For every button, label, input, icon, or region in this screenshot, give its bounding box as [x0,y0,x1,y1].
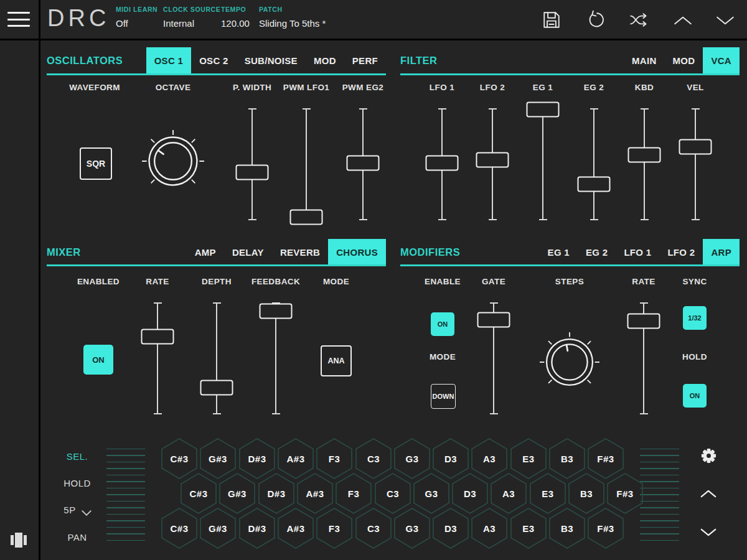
pwm-lfo1-slider[interactable] [289,107,324,222]
tab-osc2[interactable]: OSC 2 [191,47,237,73]
panel-switch-icon[interactable] [10,532,27,548]
mixer-tabs: AMP DELAY REVERB CHORUS [187,239,386,265]
midi-learn-field[interactable]: MIDI LEARN Off [116,6,157,29]
oscillators-title: OSCILLATORS [47,55,123,67]
lfo2-slider[interactable] [475,107,510,222]
note-key[interactable]: D#3 [239,508,275,549]
chorus-enabled-button[interactable]: ON [83,345,113,375]
chorus-depth-slider[interactable] [199,301,234,416]
chorus-feedback-slider[interactable] [258,301,293,416]
note-key[interactable]: E3 [510,508,547,549]
tab-vca[interactable]: VCA [703,47,740,73]
chorus-feedback-slider-handle[interactable] [260,304,293,319]
feedback-label: FEEDBACK [242,277,310,286]
octave-down-icon[interactable] [700,528,717,537]
keyboard-sel-label[interactable]: SEL. [67,451,88,462]
note-key[interactable]: C#3 [161,508,197,549]
kbd-slider[interactable] [627,107,662,222]
tab-main[interactable]: MAIN [624,47,665,73]
chevron-down-icon[interactable] [82,507,92,513]
pwm-lfo1-slider-handle[interactable] [290,210,323,225]
oscillators-underline [47,73,386,75]
chorus-rate-slider-handle[interactable] [141,329,174,345]
menu-icon[interactable] [7,12,31,27]
arp-gate-slider[interactable] [476,301,511,416]
lfo2-slider-handle[interactable] [476,152,509,168]
arp-rate-slider-handle[interactable] [627,314,660,329]
note-key[interactable]: C3 [355,508,392,549]
midi-learn-label: MIDI LEARN [116,6,157,13]
note-key[interactable]: A#3 [278,508,314,549]
note-key[interactable]: F#3 [588,508,624,549]
tab-reverb[interactable]: REVERB [272,239,328,265]
modifiers-underline [400,264,740,266]
top-bar: DRC MIDI LEARN Off CLOCK SOURCE Internal… [0,0,747,40]
tab-mod-eg2[interactable]: EG 2 [578,239,616,265]
chorus-mode-button[interactable]: ANA [321,345,352,376]
filter-tabs: MAIN MOD VCA [624,47,740,73]
lfo1-slider-handle[interactable] [426,156,459,171]
patch-field[interactable]: PATCH Sliding To 5ths * [259,6,326,29]
filter-header: FILTER MAIN MOD VCA [400,47,740,73]
tab-subnoise[interactable]: SUB/NOISE [237,47,306,73]
arp-rate-slider[interactable] [626,301,661,416]
note-key[interactable]: G#3 [200,508,236,549]
chorus-rate-slider[interactable] [140,301,175,416]
clock-source-field[interactable]: CLOCK SOURCE Internal [163,6,220,29]
arp-sync-button[interactable]: 1/32 [683,306,707,330]
tab-mod-eg1[interactable]: EG 1 [540,239,578,265]
pwidth-slider-handle[interactable] [236,165,269,180]
tab-mod-lfo2[interactable]: LFO 2 [659,239,703,265]
arp-enable-button[interactable]: ON [431,312,454,336]
arp-steps-knob[interactable] [540,332,599,392]
keyboard-hold-label[interactable]: HOLD [63,478,91,488]
waveform-button[interactable]: SQR [80,147,112,180]
chevron-up-icon[interactable] [673,15,693,26]
octave-up-icon[interactable] [700,489,717,498]
random-icon[interactable] [629,10,649,30]
arp-gate-slider-handle[interactable] [477,312,510,328]
note-key[interactable]: D3 [433,508,469,549]
oscillators-header: OSCILLATORS OSC 1 OSC 2 SUB/NOISE MOD PE… [47,47,386,73]
lfo1-slider[interactable] [425,107,459,222]
tab-mod-lfo1[interactable]: LFO 1 [616,239,659,265]
arp-mode-button[interactable]: DOWN [431,384,456,409]
eg2-slider-handle[interactable] [578,177,611,192]
tab-chorus[interactable]: CHORUS [328,239,386,265]
tab-amp[interactable]: AMP [187,239,224,265]
eg1-slider-handle[interactable] [527,102,560,118]
gear-icon[interactable] [700,447,717,464]
note-key[interactable]: G3 [394,508,430,549]
note-key[interactable]: A3 [471,508,507,549]
pwm-eg2-slider[interactable] [345,107,380,222]
eg2-slider[interactable] [576,107,611,222]
save-icon[interactable] [542,10,561,30]
chevron-down-icon[interactable] [715,15,735,26]
left-ribbon-strip[interactable] [106,443,145,545]
octave-knob[interactable] [142,130,204,192]
arp-hold-button[interactable]: ON [683,384,707,408]
tab-filter-mod[interactable]: MOD [665,47,703,73]
note-key[interactable]: B3 [549,508,585,549]
tab-delay[interactable]: DELAY [224,239,272,265]
kbd-slider-handle[interactable] [628,147,661,163]
tab-perf[interactable]: PERF [344,47,386,73]
tempo-field[interactable]: TEMPO 120.00 [221,6,250,29]
eg1-slider[interactable] [525,107,560,222]
tab-osc-mod[interactable]: MOD [306,47,344,73]
keyboard-scale-select[interactable]: 5P [63,505,75,515]
tab-arp[interactable]: ARP [703,239,740,265]
right-ribbon-strip[interactable] [640,443,679,545]
pwidth-slider[interactable] [235,107,270,222]
undo-icon[interactable] [586,10,606,30]
note-key[interactable]: F3 [316,508,352,549]
keyboard-pan-label[interactable]: PAN [67,532,87,543]
sidebar-divider [39,0,40,560]
pwm-eg2-slider-handle[interactable] [347,156,380,171]
clock-source-label: CLOCK SOURCE [163,6,220,13]
filter-underline [400,73,740,75]
chorus-depth-slider-handle[interactable] [200,380,233,396]
vel-slider-handle[interactable] [679,139,712,155]
vel-slider[interactable] [678,107,713,222]
tab-osc1[interactable]: OSC 1 [146,47,192,73]
